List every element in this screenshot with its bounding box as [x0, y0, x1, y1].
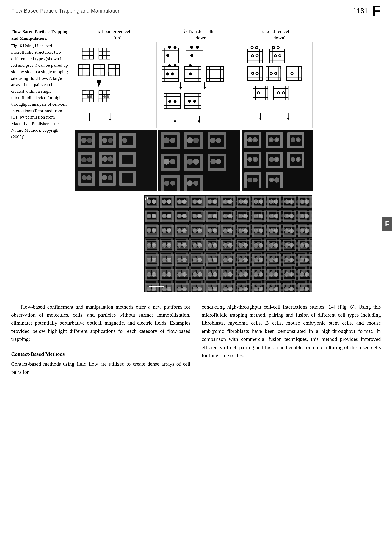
svg-rect-13 [93, 65, 97, 76]
svg-point-282 [254, 158, 257, 161]
svg-point-128 [168, 100, 171, 103]
body-paragraph-right: conducting high-throughput cell-cell int… [201, 303, 381, 360]
panel-b-label: b [184, 28, 187, 34]
svg-point-129 [174, 100, 177, 103]
svg-rect-205 [282, 49, 285, 63]
figure-panels: a Load green cells 'up' [75, 28, 381, 291]
svg-point-101 [190, 54, 193, 57]
svg-rect-125 [164, 93, 167, 108]
figure-title: Flow-Based Particle Trapping and Manipul… [11, 28, 69, 41]
svg-rect-91 [162, 48, 165, 63]
svg-point-55 [122, 138, 127, 143]
svg-rect-229 [299, 66, 301, 80]
svg-rect-304 [280, 172, 283, 188]
svg-rect-204 [270, 49, 272, 63]
svg-point-152 [193, 138, 199, 143]
svg-rect-177 [161, 175, 180, 178]
svg-rect-293 [287, 166, 304, 168]
svg-rect-286 [266, 166, 283, 168]
svg-point-306 [270, 179, 273, 181]
svg-rect-230 [287, 78, 301, 80]
svg-point-300 [248, 178, 252, 182]
svg-rect-112 [184, 66, 187, 81]
svg-point-180 [164, 180, 169, 186]
svg-rect-255 [245, 146, 261, 148]
svg-point-189 [251, 47, 253, 48]
svg-rect-291 [287, 152, 290, 168]
svg-marker-123 [203, 87, 206, 90]
svg-point-218 [257, 73, 258, 74]
svg-rect-277 [259, 152, 261, 168]
header-right: 1181 F [353, 3, 381, 18]
svg-point-49 [102, 138, 107, 143]
body-left-column: Flow-based confinement and manipulation … [11, 303, 191, 376]
panel-d-label: d [145, 195, 148, 201]
svg-point-289 [276, 158, 278, 161]
svg-point-110 [171, 72, 174, 75]
svg-point-209 [275, 55, 276, 56]
svg-rect-298 [245, 172, 247, 188]
svg-point-44 [87, 138, 92, 143]
svg-point-43 [81, 138, 86, 143]
svg-rect-28 [99, 90, 103, 102]
svg-rect-3 [82, 55, 93, 59]
svg-point-169 [187, 159, 193, 165]
svg-point-146 [170, 138, 175, 143]
svg-point-280 [249, 158, 251, 160]
figure-row-top: a Load green cells 'up' [75, 28, 381, 191]
svg-rect-87 [119, 183, 136, 186]
svg-rect-24 [82, 98, 93, 102]
svg-rect-227 [287, 66, 301, 69]
svg-rect-171 [208, 154, 226, 156]
svg-point-245 [278, 92, 279, 93]
figure-panel-d: d [75, 194, 381, 291]
panel-c-diagram [242, 42, 313, 128]
panel-b-title: Transfer cells 'down' [188, 28, 214, 41]
svg-marker-36 [109, 119, 111, 121]
svg-point-60 [81, 157, 86, 162]
svg-point-76 [82, 175, 87, 180]
svg-point-307 [274, 177, 279, 182]
svg-rect-162 [161, 168, 180, 171]
svg-rect-239 [273, 86, 288, 89]
svg-rect-147 [184, 132, 203, 135]
svg-rect-106 [162, 66, 165, 81]
figure-panel-c: c Load red cells 'down' [242, 28, 313, 191]
svg-rect-254 [259, 132, 261, 148]
panel-d-large-microscopy [144, 194, 312, 291]
svg-rect-261 [266, 132, 268, 148]
svg-rect-153 [208, 132, 226, 135]
svg-point-181 [170, 181, 175, 186]
svg-rect-228 [287, 66, 289, 80]
svg-rect-240 [273, 86, 276, 100]
svg-point-287 [269, 157, 274, 162]
svg-rect-275 [245, 152, 261, 154]
figure-panel-a: a Load green cells 'up' [75, 28, 157, 191]
figure-caption-column: Flow-Based Particle Trapping and Manipul… [11, 28, 75, 291]
svg-rect-17 [108, 65, 112, 76]
contact-based-heading: Contact-Based Methods [11, 350, 191, 358]
svg-rect-213 [260, 66, 262, 80]
svg-rect-156 [208, 147, 226, 149]
svg-point-104 [189, 64, 192, 67]
body-paragraph-2: Contact-based methods using fluid flow a… [11, 360, 191, 376]
svg-point-246 [283, 92, 284, 93]
svg-rect-75 [78, 183, 95, 186]
svg-point-109 [166, 72, 169, 75]
svg-rect-126 [178, 93, 181, 108]
panel-c-title: Load red cells 'down' [265, 28, 293, 41]
svg-rect-242 [273, 97, 288, 100]
svg-rect-27 [99, 90, 110, 94]
svg-rect-236 [253, 97, 268, 100]
body-right-column: conducting high-throughput cell-cell int… [201, 303, 381, 376]
svg-rect-192 [248, 49, 250, 63]
svg-point-259 [254, 139, 257, 141]
svg-rect-292 [302, 152, 304, 168]
svg-rect-211 [248, 66, 262, 69]
svg-rect-165 [184, 154, 203, 156]
svg-point-272 [291, 137, 295, 142]
svg-point-134 [188, 100, 191, 103]
main-content: Flow-Based Particle Trapping and Manipul… [0, 21, 392, 291]
svg-rect-117 [207, 66, 210, 81]
svg-point-185 [187, 180, 193, 186]
